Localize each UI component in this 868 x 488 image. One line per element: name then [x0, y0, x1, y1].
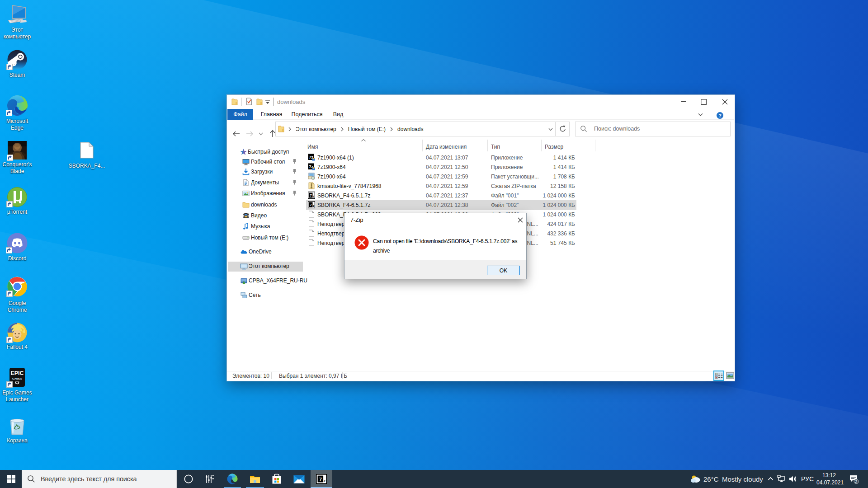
- svg-text:z: z: [313, 195, 315, 198]
- svg-text:z: z: [324, 479, 326, 483]
- svg-text:7: 7: [319, 477, 322, 482]
- svg-text:EPIC: EPIC: [10, 370, 24, 376]
- svg-text:7: 7: [310, 203, 312, 207]
- svg-text:GAMES: GAMES: [12, 377, 22, 380]
- svg-text:z: z: [313, 204, 315, 207]
- svg-text:7: 7: [310, 193, 312, 197]
- svg-text:2: 2: [855, 479, 857, 484]
